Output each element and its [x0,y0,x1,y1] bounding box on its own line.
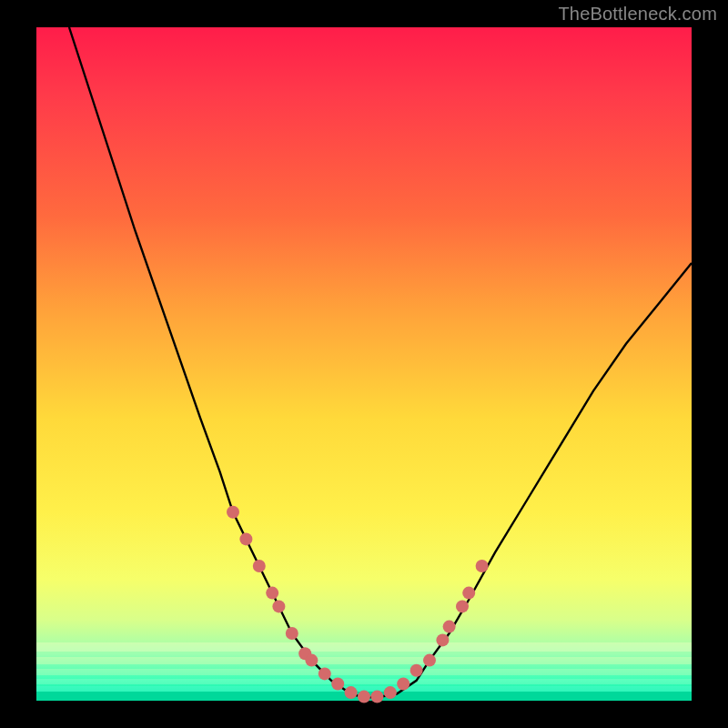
bottleneck-curve [69,27,692,697]
marker-dot [384,686,397,699]
marker-dot [272,600,285,612]
marker-dot [239,532,252,545]
curve-layer [36,27,692,701]
marker-dot [345,686,358,699]
marker-dot [227,506,239,519]
marker-dot [476,560,489,572]
marker-dot [266,587,278,600]
marker-dot [331,678,344,691]
marker-dot [286,627,298,640]
chart-frame: TheBottleneck.com [0,0,728,728]
marker-dot [410,664,423,677]
marker-dot [423,654,436,667]
marker-dot [436,633,449,646]
highlight-markers [227,506,489,703]
marker-dot [456,600,469,612]
marker-dot [358,691,370,703]
marker-dot [462,587,475,600]
marker-dot [253,560,266,572]
marker-dot [397,678,410,691]
marker-dot [318,667,331,680]
watermark-text: TheBottleneck.com [558,4,717,25]
marker-dot [305,654,318,667]
marker-dot [443,621,456,633]
plot-area [36,27,692,701]
marker-dot [370,691,383,703]
